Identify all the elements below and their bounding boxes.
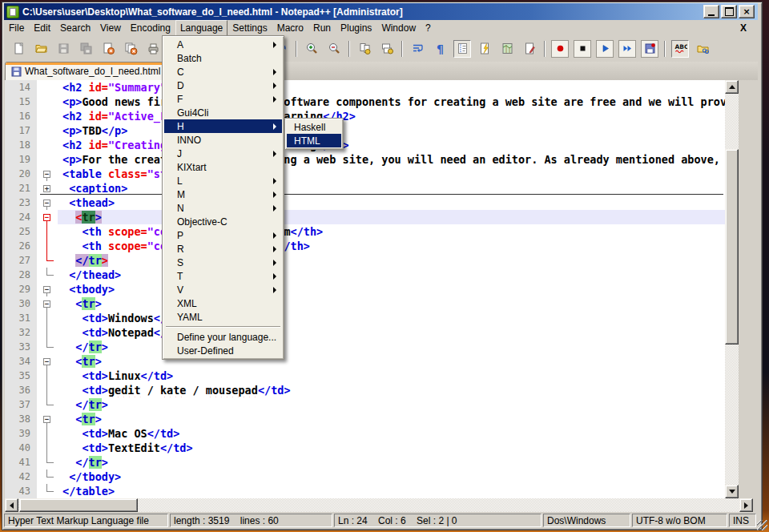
line-number[interactable]: 27: [5, 253, 37, 268]
fold-marker[interactable]: −: [37, 354, 58, 369]
language-item-m[interactable]: M: [164, 187, 282, 201]
line-number[interactable]: 15: [5, 95, 37, 109]
language-item-xml[interactable]: XML: [164, 296, 282, 310]
sync-horizontal-button[interactable]: [378, 40, 396, 58]
code-line[interactable]: 23− <thead>: [5, 195, 725, 210]
print-button[interactable]: [144, 40, 162, 58]
indent-guide-button[interactable]: [453, 40, 471, 58]
code-line[interactable]: 27 </tr>: [5, 253, 725, 268]
language-item-objective-c[interactable]: Objective-C: [164, 215, 282, 228]
line-number[interactable]: 19: [5, 152, 37, 167]
code-line[interactable]: 35 <td>Linux</td>: [5, 369, 725, 383]
line-number[interactable]: 20: [5, 167, 37, 181]
line-number[interactable]: 17: [5, 123, 37, 138]
submenu-item-html[interactable]: HTML: [287, 134, 341, 147]
tab-what-software-do-i-need[interactable]: What_software_do_I_need.html ×: [5, 62, 183, 80]
horizontal-scrollbar[interactable]: [5, 498, 753, 512]
sync-vertical-button[interactable]: [356, 40, 373, 58]
language-item-batch[interactable]: Batch: [164, 51, 282, 65]
menu-view[interactable]: View: [95, 20, 126, 36]
language-item-a[interactable]: A: [164, 38, 282, 51]
line-number[interactable]: 29: [5, 282, 37, 296]
vertical-scroll-thumb[interactable]: [725, 149, 739, 345]
code-line[interactable]: 31 <td>Windows</td>: [5, 311, 725, 325]
language-item-kixtart[interactable]: KIXtart: [164, 160, 282, 174]
language-item-f[interactable]: F: [164, 92, 282, 106]
language-item-l[interactable]: L: [164, 174, 282, 187]
line-number[interactable]: 30: [5, 296, 37, 311]
fold-marker[interactable]: −: [37, 412, 58, 426]
line-number[interactable]: 37: [5, 397, 37, 412]
scroll-up-button[interactable]: [725, 80, 739, 94]
line-number[interactable]: 33: [5, 340, 37, 354]
code-line[interactable]: 37 </tr>: [5, 397, 725, 412]
document-close-x[interactable]: X: [740, 22, 758, 34]
code-line[interactable]: 30− <tr>: [5, 296, 725, 311]
zoom-out-button[interactable]: [325, 40, 343, 58]
line-number[interactable]: 28: [5, 268, 37, 282]
word-wrap-button[interactable]: [409, 40, 426, 58]
menu-macro[interactable]: Macro: [272, 20, 308, 36]
line-number[interactable]: 23: [5, 195, 37, 210]
language-item-gui4cli[interactable]: Gui4Cli: [164, 106, 282, 119]
language-item-r[interactable]: R: [164, 242, 282, 256]
line-number[interactable]: 24: [5, 210, 37, 224]
code-line[interactable]: 15<p>Good news first: All the main softw…: [5, 95, 725, 109]
line-number[interactable]: 21: [5, 181, 37, 195]
language-item-h[interactable]: H: [164, 119, 282, 133]
menu-[interactable]: ?: [421, 20, 436, 36]
line-number[interactable]: 25: [5, 224, 37, 239]
language-item-v[interactable]: V: [164, 283, 282, 296]
scroll-right-button[interactable]: [739, 498, 753, 512]
menu-window[interactable]: Window: [376, 20, 421, 36]
menu-settings[interactable]: Settings: [227, 20, 272, 36]
macro-stop-button[interactable]: [574, 40, 591, 58]
minimize-button[interactable]: [703, 5, 719, 18]
submenu-item-haskell[interactable]: Haskell: [287, 120, 341, 134]
line-number[interactable]: 18: [5, 138, 37, 152]
scroll-left-button[interactable]: [5, 498, 18, 512]
code-line-current[interactable]: 24− <tr>: [5, 210, 725, 224]
close-all-button[interactable]: [122, 40, 139, 58]
show-all-characters-button[interactable]: ¶: [431, 40, 449, 58]
code-line[interactable]: 42 </tbody>: [5, 470, 725, 484]
line-number[interactable]: 42: [5, 470, 37, 484]
function-list-button[interactable]: [476, 40, 493, 58]
code-line[interactable]: 34− <tr>: [5, 354, 725, 369]
close-button[interactable]: ×: [739, 5, 755, 18]
code-line[interactable]: 41 </tr>: [5, 455, 725, 470]
line-number[interactable]: 34: [5, 354, 37, 369]
horizontal-scroll-thumb[interactable]: [19, 498, 138, 512]
code-line[interactable]: 36 <td>gedit / kate / mousepad</td>: [5, 383, 725, 397]
macro-save-button[interactable]: [641, 40, 658, 58]
fold-marker[interactable]: −: [37, 296, 58, 311]
language-item-user-defined[interactable]: User-Defined: [164, 344, 282, 357]
close-button[interactable]: [99, 40, 117, 58]
code-line[interactable]: 43</table>: [5, 484, 725, 498]
macro-record-button[interactable]: [551, 40, 569, 58]
scroll-down-button[interactable]: [725, 485, 739, 498]
menu-language[interactable]: Language: [175, 20, 227, 36]
macro-play-button[interactable]: [596, 40, 614, 58]
vertical-scrollbar[interactable]: [725, 80, 739, 498]
menu-edit[interactable]: Edit: [29, 20, 55, 36]
maximize-button[interactable]: [721, 5, 737, 18]
line-number[interactable]: 31: [5, 311, 37, 325]
code-line[interactable]: 16<h2 id="Active_Learning">Active Learni…: [5, 109, 725, 123]
menu-encoding[interactable]: Encoding: [126, 20, 175, 36]
code-line[interactable]: 18<h2 id="Creating_and_Editing_1">Editin…: [5, 138, 725, 152]
code-line[interactable]: 40 <td>TextEdit</td>: [5, 441, 725, 455]
line-number[interactable]: 36: [5, 383, 37, 397]
line-number[interactable]: 41: [5, 455, 37, 470]
code-line[interactable]: 25 <th scope="col">Operating system</th>: [5, 224, 725, 239]
title-bar[interactable]: C:\Users\user\Desktop\What_software_do_I…: [4, 3, 758, 20]
document-switcher-button[interactable]: [521, 40, 538, 58]
code-line[interactable]: 14<h2 id="Summary">Summary</h2>: [5, 80, 725, 95]
language-item-d[interactable]: D: [164, 79, 282, 92]
language-item-s[interactable]: S: [164, 256, 282, 269]
language-item-yaml[interactable]: YAML: [164, 310, 282, 324]
code-line[interactable]: 33 </tr>: [5, 340, 725, 354]
code-line[interactable]: 38− <tr>: [5, 412, 725, 426]
code-line[interactable]: 26 <th scope="col">Default editor</th>: [5, 239, 725, 253]
document-map-button[interactable]: [498, 40, 516, 58]
